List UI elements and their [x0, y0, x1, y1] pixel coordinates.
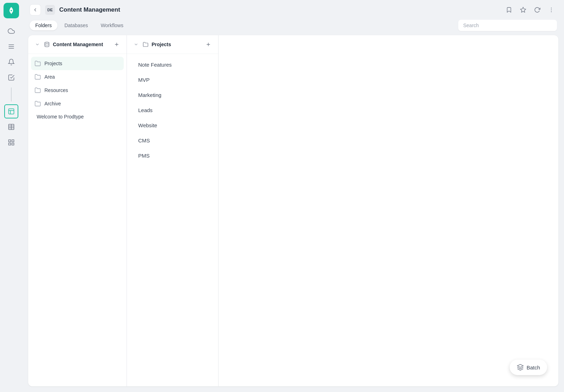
table-icon: [8, 123, 15, 130]
list-item[interactable]: Area: [31, 70, 124, 84]
more-vertical-icon: [548, 7, 554, 13]
bookmark-icon: [506, 7, 512, 13]
bell-sidebar-item[interactable]: [4, 55, 18, 69]
bell-icon: [8, 59, 15, 66]
folder-icon: [35, 87, 41, 93]
bookmark-button[interactable]: [503, 4, 515, 16]
list-item[interactable]: CMS: [133, 133, 213, 148]
column-header-projects: Projects: [127, 35, 218, 54]
list-item-label: Resources: [44, 87, 68, 93]
list-item[interactable]: Projects: [31, 57, 124, 70]
check-square-icon: [8, 74, 15, 81]
list-item[interactable]: Note Features: [133, 57, 213, 72]
tab-databases[interactable]: Databases: [59, 20, 94, 30]
column-header-content-management: Content Management: [28, 35, 127, 54]
svg-point-15: [551, 8, 552, 8]
list-item-label: Welcome to Prodtype: [37, 114, 84, 120]
content-area: Content Management Projects: [28, 35, 558, 386]
expand-projects-btn[interactable]: [133, 41, 140, 48]
svg-rect-10: [9, 140, 11, 142]
star-icon: [520, 7, 526, 13]
page-title: Content Management: [59, 6, 499, 13]
grid-icon: [8, 139, 15, 146]
back-icon: [32, 7, 38, 13]
layers-icon: [517, 364, 524, 371]
svg-rect-12: [9, 143, 11, 145]
rocket-icon: [7, 6, 16, 15]
cloud-icon: [8, 27, 15, 35]
add-content-management-btn[interactable]: [112, 40, 121, 49]
list-item-label: Archive: [44, 101, 61, 106]
tabs: Folders Databases Workflows: [30, 20, 129, 30]
check-sidebar-item[interactable]: [4, 71, 18, 85]
header-actions: [503, 4, 557, 16]
expand-content-management-btn[interactable]: [34, 41, 41, 48]
folder-open-icon: [142, 41, 149, 48]
svg-point-18: [45, 42, 49, 43]
folder-icon: [35, 60, 41, 67]
svg-marker-23: [517, 365, 523, 367]
batch-button[interactable]: Batch: [510, 360, 547, 375]
chevron-down-icon: [134, 42, 139, 47]
tab-folders[interactable]: Folders: [30, 20, 57, 30]
list-item[interactable]: Leads: [133, 103, 213, 117]
column-title-projects: Projects: [152, 42, 201, 47]
chevron-down-icon: [35, 42, 40, 47]
sidebar: [0, 0, 23, 392]
search-input[interactable]: [458, 20, 557, 31]
user-badge: DE: [45, 5, 55, 15]
back-button[interactable]: [30, 4, 41, 16]
content-management-column: Content Management Projects: [28, 35, 127, 386]
menu-icon: [8, 43, 15, 50]
db-icon: [44, 42, 50, 47]
table-sidebar-item[interactable]: [4, 120, 18, 134]
grid-sidebar-item[interactable]: [4, 135, 18, 149]
refresh-button[interactable]: [532, 4, 543, 16]
tab-workflows[interactable]: Workflows: [95, 20, 129, 30]
main-content: DE Content Management: [23, 0, 564, 392]
svg-rect-3: [9, 109, 14, 114]
list-item[interactable]: Archive: [31, 97, 124, 110]
more-button[interactable]: [546, 4, 557, 16]
list-item[interactable]: MVP: [133, 73, 213, 87]
note-icon: [8, 108, 15, 115]
app-logo[interactable]: [4, 3, 19, 18]
svg-rect-13: [12, 143, 14, 145]
sidebar-divider: [11, 87, 12, 102]
svg-marker-14: [521, 7, 526, 12]
batch-label: Batch: [527, 365, 540, 370]
refresh-icon: [534, 7, 540, 13]
detail-column: [219, 35, 558, 386]
list-item-label: Projects: [44, 61, 62, 66]
list-item[interactable]: Website: [133, 118, 213, 133]
note-sidebar-item[interactable]: [4, 104, 18, 118]
list-item[interactable]: Resources: [31, 84, 124, 97]
search-container: [458, 20, 557, 31]
list-item-label: Area: [44, 74, 55, 80]
folder-icon: [35, 100, 41, 107]
svg-point-16: [551, 10, 552, 10]
projects-column: Projects Note Features MVP Marketing Lea…: [127, 35, 219, 386]
cloud-sidebar-item[interactable]: [4, 24, 18, 38]
header: DE Content Management: [23, 0, 564, 20]
star-button[interactable]: [517, 4, 529, 16]
folder-icon: [35, 74, 41, 80]
column-title-content-management: Content Management: [53, 42, 110, 47]
content-management-list: Projects Area Resources: [28, 54, 127, 386]
list-item[interactable]: Welcome to Prodtype: [31, 110, 124, 123]
add-projects-btn[interactable]: [204, 40, 213, 49]
plus-icon: [114, 42, 119, 47]
tabs-row: Folders Databases Workflows: [23, 20, 564, 35]
list-item[interactable]: PMS: [133, 148, 213, 163]
list-item[interactable]: Marketing: [133, 88, 213, 102]
projects-list: Note Features MVP Marketing Leads Websit…: [127, 54, 218, 386]
plus-icon: [206, 42, 211, 47]
database-icon: [44, 41, 50, 48]
folder-open-icon: [143, 42, 148, 47]
svg-point-17: [551, 11, 552, 12]
svg-rect-11: [12, 140, 14, 142]
menu-sidebar-item[interactable]: [4, 39, 18, 54]
